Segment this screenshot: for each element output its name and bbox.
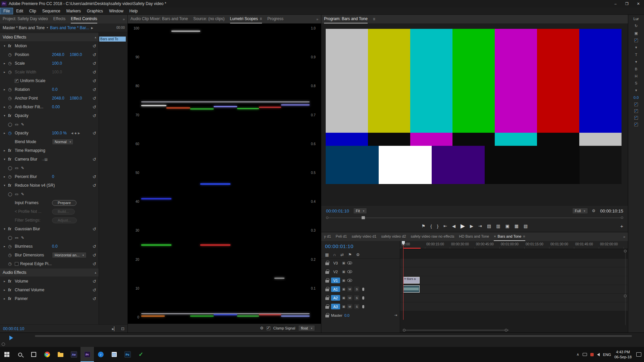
- collapse-icon[interactable]: ▴: [95, 271, 96, 274]
- nest-toggle-icon[interactable]: ▦: [325, 252, 329, 257]
- chevron-down-icon[interactable]: ▾: [635, 45, 637, 50]
- checkbox-repeat-edge-pi[interactable]: [15, 262, 18, 266]
- reset-icon[interactable]: ↺: [93, 105, 96, 110]
- program-timecode[interactable]: 00:00:01:10: [326, 208, 349, 214]
- twirl-down-icon[interactable]: ▾: [3, 184, 6, 187]
- panel-icon[interactable]: ▣: [634, 31, 638, 36]
- lock-icon[interactable]: [325, 297, 329, 300]
- rect-mask-icon[interactable]: ▭: [15, 192, 18, 196]
- checkmark-app-icon[interactable]: ✓: [134, 347, 148, 362]
- after-effects-icon[interactable]: Ae: [67, 347, 80, 362]
- twirl-right-icon[interactable]: ▸: [3, 288, 6, 292]
- param-value[interactable]: 100.0 %: [52, 131, 67, 135]
- track-lane-a1[interactable]: [400, 285, 628, 293]
- sync-lock-icon[interactable]: ▣: [342, 287, 345, 291]
- playhead-timecode[interactable]: 00:00:01:10: [3, 326, 24, 331]
- overwrite-button[interactable]: ▧: [524, 224, 528, 229]
- go-to-in-button[interactable]: ⇤: [443, 224, 447, 229]
- fx-enabled-checkbox[interactable]: [634, 103, 638, 106]
- zoom-handle-left[interactable]: [403, 329, 406, 331]
- stopwatch-icon[interactable]: ◷: [8, 61, 13, 66]
- letter-s[interactable]: S: [635, 81, 637, 85]
- zoom-handle-right[interactable]: [505, 329, 507, 331]
- track-lane-v2[interactable]: [400, 267, 628, 276]
- track-output-eye-icon[interactable]: [347, 270, 352, 273]
- track-name-button[interactable]: V1: [331, 278, 340, 283]
- reset-icon[interactable]: ↺: [93, 157, 96, 162]
- ellipse-mask-icon[interactable]: ◯: [8, 122, 12, 127]
- video-clip-bars-and-tone[interactable]: fxBars a: [403, 277, 420, 284]
- stopwatch-icon[interactable]: ◷: [8, 105, 13, 109]
- twirl-down-icon[interactable]: ▾: [3, 44, 6, 48]
- reset-icon[interactable]: ↺: [93, 288, 96, 293]
- collapse-icon[interactable]: ▴: [95, 36, 96, 39]
- section-audio-effects[interactable]: Audio Effects▴: [0, 268, 99, 277]
- export-frame-button[interactable]: ▣: [505, 224, 509, 229]
- twirl-down-icon[interactable]: ▾: [3, 114, 6, 117]
- panel-menu-icon[interactable]: ≡: [373, 17, 375, 21]
- close-button[interactable]: ✕: [633, 0, 644, 7]
- tab-audio-clip-mixer-bars-and-tone[interactable]: Audio Clip Mixer: Bars and Tone: [130, 15, 188, 23]
- track-output-eye-icon[interactable]: [347, 279, 352, 282]
- sync-lock-icon[interactable]: ▣: [342, 305, 345, 308]
- tab-effect-controls[interactable]: Effect Controls: [71, 15, 97, 23]
- action-center-icon[interactable]: [636, 352, 641, 357]
- extract-button[interactable]: ▥: [496, 224, 500, 229]
- track-name-button[interactable]: A2: [331, 295, 340, 301]
- spreadsheet-app-icon[interactable]: [107, 347, 121, 362]
- keyframe-nav-icon[interactable]: ▶: [78, 132, 80, 135]
- panel-overflow-chevrons-icon[interactable]: »: [623, 235, 625, 239]
- voiceover-mic-icon[interactable]: [362, 288, 364, 291]
- scrubber-start-handle[interactable]: [326, 217, 328, 219]
- display-tray-icon[interactable]: [583, 353, 587, 356]
- lock-icon[interactable]: [325, 280, 329, 283]
- reset-icon[interactable]: ↺: [93, 87, 96, 92]
- dropdown-blend-mode[interactable]: Normal▾: [52, 139, 73, 145]
- param-value[interactable]: 1080.0: [70, 52, 82, 57]
- maximize-button[interactable]: ❐: [621, 0, 633, 7]
- step-back-button[interactable]: ◀: [452, 224, 455, 229]
- tab-peli-d1[interactable]: Peli d1: [336, 232, 347, 241]
- language-indicator[interactable]: ENG: [603, 353, 611, 357]
- timeline-ruler[interactable]: 00:0000:00:15:0000:00:30:0000:00:45:0000…: [400, 241, 628, 249]
- reset-icon[interactable]: ↺: [93, 296, 96, 301]
- value[interactable]: 0.0: [634, 96, 639, 100]
- reset-icon[interactable]: ↺: [93, 174, 96, 179]
- dropdown-blur-dimensions[interactable]: Horizontal an...▾: [52, 252, 87, 258]
- panel-menu-icon[interactable]: ≡: [523, 234, 525, 238]
- track-output-eye-icon[interactable]: [347, 261, 352, 264]
- setup-icon[interactable]: →▤: [41, 158, 47, 161]
- timeline-tracks-area[interactable]: 00:0000:00:15:0000:00:30:0000:00:45:0000…: [400, 241, 628, 333]
- letter-h[interactable]: H: [635, 74, 638, 78]
- twirl-right-icon[interactable]: ▸: [3, 297, 6, 300]
- premiere-icon[interactable]: Pr: [80, 347, 94, 362]
- insert-button[interactable]: ▦: [515, 224, 519, 229]
- fx-enabled-checkbox[interactable]: [634, 123, 638, 126]
- photoshop-icon[interactable]: Ps: [121, 347, 134, 362]
- clamp-signal-checkbox[interactable]: [267, 326, 270, 330]
- chrome-icon[interactable]: [40, 347, 54, 362]
- timeline-settings-wrench-icon[interactable]: ⚙: [356, 252, 360, 257]
- reset-icon[interactable]: ↺: [93, 96, 96, 101]
- menu-help[interactable]: Help: [126, 8, 141, 14]
- stopwatch-icon[interactable]: ◷: [8, 261, 13, 266]
- tab-progress[interactable]: Progress: [267, 15, 283, 23]
- twirl-right-icon[interactable]: ▸: [3, 105, 6, 109]
- timeline-timecode[interactable]: 00:00:01:10: [325, 243, 354, 249]
- ellipse-mask-icon[interactable]: ◯: [8, 192, 12, 196]
- media-app-icon[interactable]: ♪: [94, 347, 107, 362]
- scrubber-track[interactable]: [328, 218, 621, 218]
- mini-timeline-clip[interactable]: Bars and To: [99, 37, 126, 42]
- vscroll-handle-top[interactable]: [624, 250, 627, 252]
- track-lane-master[interactable]: [400, 311, 628, 319]
- menu-clip[interactable]: Clip: [26, 8, 39, 14]
- ellipse-mask-icon[interactable]: ◯: [8, 236, 12, 240]
- lift-button[interactable]: ▤: [487, 224, 491, 229]
- volume-tray-icon[interactable]: [597, 353, 600, 356]
- zoom-level-dropdown[interactable]: Fit ▾: [353, 208, 367, 214]
- reset-icon[interactable]: ↺: [93, 78, 96, 83]
- stopwatch-icon[interactable]: ◷: [8, 174, 13, 179]
- menu-edit[interactable]: Edit: [13, 8, 26, 14]
- menu-window[interactable]: Window: [106, 8, 126, 14]
- track-name-button[interactable]: A1: [331, 286, 340, 292]
